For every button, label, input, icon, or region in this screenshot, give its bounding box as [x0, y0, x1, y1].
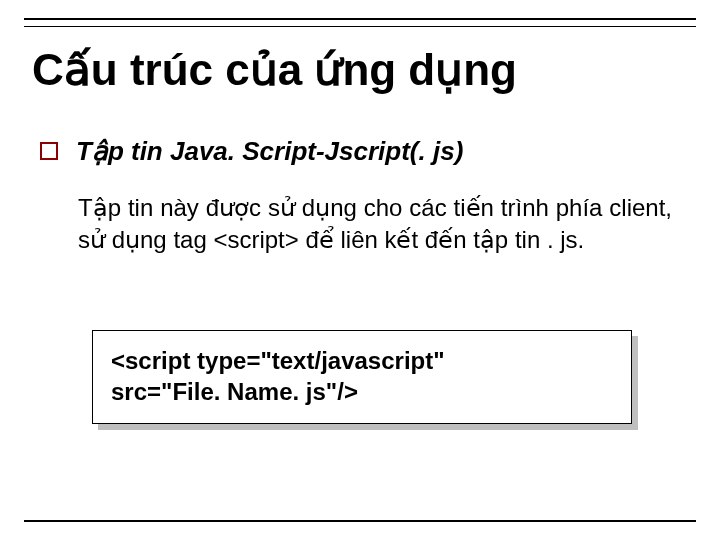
- code-box: <script type="text/javascript" src="File…: [92, 330, 632, 424]
- code-line-1: <script type="text/javascript": [111, 345, 613, 376]
- bottom-rule: [24, 520, 696, 522]
- square-bullet-icon: [40, 142, 58, 160]
- bullet-heading: Tập tin Java. Script-Jscript(. js): [76, 136, 463, 167]
- bullet-item: Tập tin Java. Script-Jscript(. js): [40, 136, 680, 167]
- top-rule: [24, 18, 696, 27]
- body-paragraph: Tập tin này được sử dụng cho các tiến tr…: [78, 192, 672, 257]
- code-line-2: src="File. Name. js"/>: [111, 376, 613, 407]
- code-example: <script type="text/javascript" src="File…: [92, 330, 632, 424]
- slide-title: Cấu trúc của ứng dụng: [32, 46, 688, 94]
